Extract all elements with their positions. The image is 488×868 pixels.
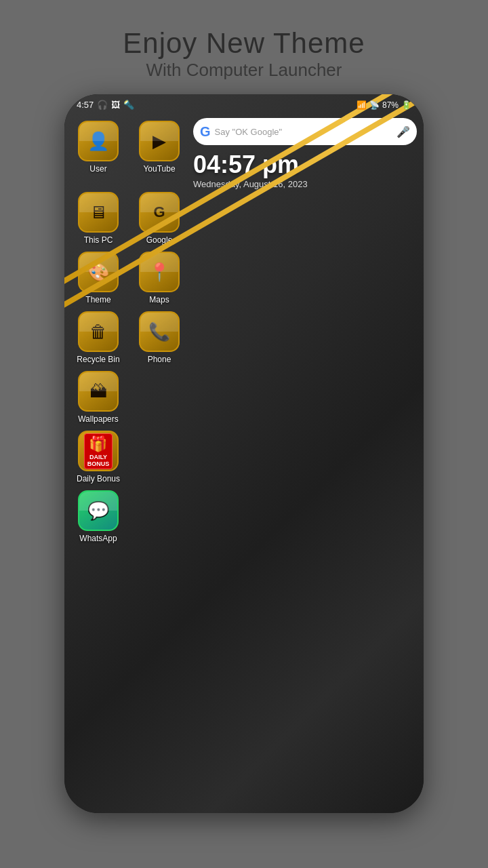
phone-icon: 📞 <box>148 321 170 342</box>
app-user[interactable]: 👤 User <box>71 121 125 174</box>
this-pc-label: This PC <box>84 235 113 245</box>
battery-icon: 🔋 <box>401 100 411 110</box>
user-icon: 👤 <box>87 131 109 152</box>
google-app-icon: G <box>153 203 165 221</box>
phone-icon-btn[interactable]: 📞 <box>139 311 180 352</box>
user-icon-btn[interactable]: 👤 <box>78 121 119 161</box>
phone-screen: 4:57 🎧 🖼 🔦 📶 📡 87% 🔋 👤 <box>64 94 424 813</box>
row-wallpapers: 🏔 Wallpapers <box>71 368 417 427</box>
recycle-bin-icon-btn[interactable]: 🗑 <box>78 311 119 352</box>
youtube-label: YouTube <box>143 164 175 174</box>
row-recycle-phone: 🗑 Recycle Bin 📞 Phone <box>71 309 417 367</box>
daily-bonus-label: Daily Bonus <box>77 474 120 484</box>
app-recycle-bin[interactable]: 🗑 Recycle Bin <box>71 311 125 364</box>
flashlight-icon: 🔦 <box>123 100 134 110</box>
app-youtube[interactable]: ▶ YouTube <box>132 121 186 174</box>
row-theme-maps: 🎨 Theme 📍 Maps <box>71 249 417 307</box>
wallpapers-icon: 🏔 <box>89 381 107 402</box>
phone-frame: 4:57 🎧 🖼 🔦 📶 📡 87% 🔋 👤 <box>64 94 424 813</box>
header-section: Enjoy New Theme With Computer Launcher <box>123 27 365 81</box>
app-this-pc[interactable]: 🖥 This PC <box>71 192 125 245</box>
maps-label: Maps <box>149 295 169 304</box>
status-time: 4:57 <box>77 100 94 110</box>
left-apps-col: 👤 User ▶ YouTube <box>71 118 186 176</box>
youtube-icon: ▶ <box>152 131 166 152</box>
app-phone[interactable]: 📞 Phone <box>132 311 186 364</box>
app-whatsapp[interactable]: 💬 WhatsApp <box>71 490 125 543</box>
whatsapp-icon: 💬 <box>87 500 109 521</box>
wallpapers-icon-btn[interactable]: 🏔 <box>78 371 119 412</box>
app-daily-bonus[interactable]: DAILYBONUS Daily Bonus <box>71 431 125 484</box>
this-pc-icon: 🖥 <box>89 202 107 223</box>
google-logo: G <box>200 124 211 140</box>
status-left: 4:57 🎧 🖼 🔦 <box>77 100 134 110</box>
whatsapp-label: WhatsApp <box>79 534 117 543</box>
signal-icon: 📡 <box>369 100 380 110</box>
row-daily-bonus: DAILYBONUS Daily Bonus <box>71 428 417 486</box>
daily-bonus-icon: DAILYBONUS <box>84 433 113 469</box>
recycle-bin-icon: 🗑 <box>89 321 107 342</box>
header-subtitle: With Computer Launcher <box>123 60 365 81</box>
daily-bonus-icon-btn[interactable]: DAILYBONUS <box>78 431 119 471</box>
theme-label: Theme <box>85 295 110 304</box>
status-bar: 4:57 🎧 🖼 🔦 📶 📡 87% 🔋 <box>64 94 424 113</box>
phone-label: Phone <box>148 355 171 364</box>
battery-percent: 87% <box>382 100 399 110</box>
status-right: 📶 📡 87% 🔋 <box>357 100 411 110</box>
user-label: User <box>89 164 106 174</box>
wifi-icon: 📶 <box>357 100 367 110</box>
this-pc-icon-btn[interactable]: 🖥 <box>78 192 119 233</box>
icons-grid: 🖥 This PC G Google 🎨 Theme <box>64 189 424 546</box>
whatsapp-icon-btn[interactable]: 💬 <box>78 490 119 531</box>
image-icon: 🖼 <box>111 100 120 110</box>
headphones-icon: 🎧 <box>97 100 108 110</box>
row-whatsapp: 💬 WhatsApp <box>71 488 417 546</box>
recycle-bin-label: Recycle Bin <box>77 355 119 364</box>
maps-icon: 📍 <box>148 262 170 283</box>
app-wallpapers[interactable]: 🏔 Wallpapers <box>71 371 125 424</box>
mic-icon[interactable]: 🎤 <box>396 125 410 138</box>
youtube-icon-btn[interactable]: ▶ <box>139 121 180 161</box>
search-time-col: G Say "OK Google" 🎤 04:57 pm Wednesday, … <box>193 118 417 189</box>
row-1: 👤 User ▶ YouTube <box>71 118 186 176</box>
header-title: Enjoy New Theme <box>123 27 365 60</box>
wallpapers-label: Wallpapers <box>78 414 119 424</box>
